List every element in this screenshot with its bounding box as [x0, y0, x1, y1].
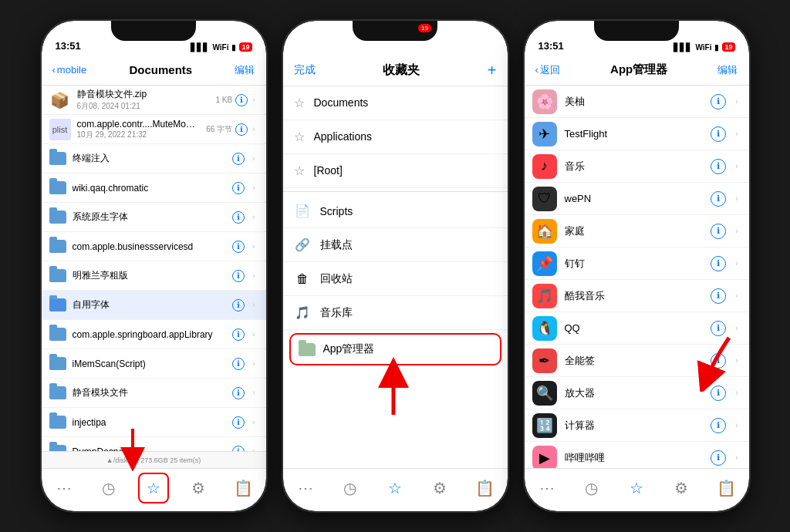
file-item-dump[interactable]: DumpDecrypter ℹ › — [42, 437, 266, 451]
info-qq[interactable]: ℹ — [711, 321, 726, 336]
file-item-silentmod[interactable]: 静音模块文件 ℹ › — [42, 379, 266, 408]
file-item-springboard[interactable]: com.apple.springboard.appLibrary ℹ › — [42, 320, 266, 349]
app-testflight[interactable]: ✈ TestFlight ℹ › — [525, 118, 749, 150]
tab-settings-3[interactable]: ⚙ — [666, 473, 697, 503]
info-button-minya[interactable]: ℹ — [232, 270, 245, 282]
name-meiyou: 美柚 — [565, 95, 704, 109]
tab-files-1[interactable]: 📋 — [228, 473, 258, 503]
chevron-plist: › — [252, 125, 255, 133]
app-bilibili[interactable]: ▶ 哔哩哔哩 ℹ › — [525, 442, 749, 468]
info-button-zip[interactable]: ℹ — [235, 94, 248, 106]
edit-button-1[interactable]: 编辑 — [235, 63, 255, 77]
phone-2: 19 13:51 ▋ 完成 收藏夹 + ☆ Documents ☆ Applic… — [282, 19, 509, 513]
tab-recent-1[interactable]: ◷ — [93, 473, 124, 503]
app-dingtalk[interactable]: 📌 钉钉 ℹ › — [525, 247, 749, 280]
info-dingtalk[interactable]: ℹ — [711, 256, 726, 271]
edit-button-3[interactable]: 编辑 — [717, 63, 738, 77]
info-kuwo[interactable]: ℹ — [711, 288, 726, 304]
file-size-plist: 66 字节 — [206, 124, 232, 135]
info-button-dump[interactable]: ℹ — [232, 446, 245, 452]
bookmark-mount[interactable]: 🔗 挂载点 — [283, 228, 508, 262]
app-calculator[interactable]: 🔢 计算器 ℹ › — [525, 409, 749, 442]
bookmark-appmanager[interactable]: App管理器 — [289, 333, 501, 365]
info-music[interactable]: ℹ — [711, 159, 726, 174]
folder-icon-wiki — [49, 181, 66, 194]
battery-icon-3: ▮ — [714, 43, 719, 52]
notif-badge-1: 19 — [239, 42, 252, 52]
tab-settings-1[interactable]: ⚙ — [183, 473, 214, 503]
info-button-springboard[interactable]: ℹ — [232, 328, 245, 341]
info-magnifier[interactable]: ℹ — [711, 386, 726, 401]
info-button-terminal[interactable]: ℹ — [232, 153, 245, 165]
info-button-sysfont[interactable]: ℹ — [232, 211, 245, 224]
app-qiangneng[interactable]: ✒ 全能签 ℹ › — [525, 345, 749, 377]
tab-settings-2[interactable]: ⚙ — [424, 473, 455, 503]
info-bilibili[interactable]: ℹ — [711, 450, 726, 466]
bookmark-applications[interactable]: ☆ Applications — [283, 120, 508, 154]
tab-more-1[interactable]: ⋯ — [49, 473, 79, 503]
file-item-wiki[interactable]: wiki.qaq.chromatic ℹ › — [42, 173, 266, 203]
notch-2: 19 — [353, 21, 437, 41]
app-home[interactable]: 🏠 家庭 ℹ › — [525, 215, 749, 247]
info-qiangneng[interactable]: ℹ — [711, 353, 726, 369]
file-info-minya: 明雅兰亭粗版 — [73, 269, 227, 282]
info-home[interactable]: ℹ — [711, 224, 726, 239]
tab-bookmarks-1[interactable]: ☆ — [138, 473, 169, 503]
bookmark-documents[interactable]: ☆ Documents — [283, 86, 508, 120]
tab-recent-2[interactable]: ◷ — [335, 473, 366, 503]
bookmark-scripts[interactable]: 📄 Scripts — [283, 194, 508, 228]
info-button-userfont[interactable]: ℹ — [232, 299, 245, 311]
file-item-sysfont[interactable]: 系统原生字体 ℹ › — [42, 203, 266, 232]
info-meiyou[interactable]: ℹ — [711, 94, 726, 109]
file-item-injectipa[interactable]: injectipa ℹ › — [42, 408, 266, 437]
app-qq[interactable]: 🐧 QQ ℹ › — [525, 312, 749, 345]
file-item-plist[interactable]: plist com.apple.contr....MuteModule.plis… — [42, 115, 266, 144]
back-button-3[interactable]: ‹ 返回 — [535, 63, 560, 77]
info-button-plist[interactable]: ℹ — [235, 123, 248, 136]
trash-icon: 🗑 — [294, 272, 311, 286]
info-button-business[interactable]: ℹ — [232, 241, 245, 253]
bookmark-root[interactable]: ☆ [Root] — [283, 154, 508, 188]
bookmark-trash[interactable]: 🗑 回收站 — [283, 262, 508, 296]
bookmark-list: ☆ Documents ☆ Applications ☆ [Root] 📄 Sc… — [283, 86, 508, 469]
chev-music: › — [735, 162, 738, 170]
tab-files-3[interactable]: 📋 — [711, 473, 741, 503]
app-wepn[interactable]: 🛡 wePN ℹ › — [525, 183, 749, 215]
app-magnifier[interactable]: 🔍 放大器 ℹ › — [525, 377, 749, 409]
app-music[interactable]: ♪ 音乐 ℹ › — [525, 150, 749, 183]
tab-recent-3[interactable]: ◷ — [576, 473, 607, 503]
info-calculator[interactable]: ℹ — [711, 418, 726, 433]
name-bilibili: 哔哩哔哩 — [565, 451, 704, 465]
file-name-injectipa: injectipa — [73, 417, 227, 428]
app-meiyou[interactable]: 🌸 美柚 ℹ › — [525, 86, 749, 118]
info-wepn[interactable]: ℹ — [711, 191, 726, 207]
tab-more-3[interactable]: ⋯ — [532, 473, 562, 503]
info-button-silentmod[interactable]: ℹ — [232, 387, 245, 399]
done-button-2[interactable]: 完成 — [294, 63, 316, 77]
info-button-wiki[interactable]: ℹ — [232, 182, 245, 194]
file-item-terminal[interactable]: 终端注入 ℹ › — [42, 144, 266, 173]
file-item-userfont[interactable]: 自用字体 ℹ › — [42, 291, 266, 320]
file-item-zip[interactable]: 📦 静音模块文件.zip 6月08, 2024 01:21 1 KB ℹ › — [42, 86, 266, 115]
screen-2: 13:51 ▋ 完成 收藏夹 + ☆ Documents ☆ Applicati… — [283, 21, 508, 511]
tab-files-2[interactable]: 📋 — [469, 473, 500, 503]
file-info-zip: 静音模块文件.zip 6月08, 2024 01:21 — [77, 88, 210, 112]
file-item-business[interactable]: com.apple.businessservicesd ℹ › — [42, 232, 266, 261]
file-item-minya[interactable]: 明雅兰亭粗版 ℹ › — [42, 261, 266, 291]
file-name-silentmod: 静音模块文件 — [73, 386, 227, 399]
info-button-imemscan[interactable]: ℹ — [232, 358, 245, 370]
tab-bar-2: ⋯ ◷ ☆ ⚙ 📋 — [283, 468, 508, 511]
icon-qiangneng: ✒ — [532, 348, 557, 373]
file-item-imemscan[interactable]: iMemScan(Script) ℹ › — [42, 349, 266, 379]
tab-bookmarks-2[interactable]: ☆ — [380, 473, 410, 503]
tab-more-2[interactable]: ⋯ — [290, 473, 321, 503]
info-button-injectipa[interactable]: ℹ — [232, 416, 245, 429]
back-button-1[interactable]: ‹ mobile — [52, 64, 87, 76]
info-testflight[interactable]: ℹ — [711, 126, 726, 142]
file-info-userfont: 自用字体 — [73, 298, 227, 311]
bookmark-music[interactable]: 🎵 音乐库 — [283, 296, 508, 330]
tab-bookmarks-3[interactable]: ☆ — [621, 473, 652, 503]
app-kuwo[interactable]: 🎵 酷我音乐 ℹ › — [525, 280, 749, 312]
wifi-icon-1: WiFi — [212, 43, 228, 52]
add-button-2[interactable]: + — [488, 62, 497, 79]
